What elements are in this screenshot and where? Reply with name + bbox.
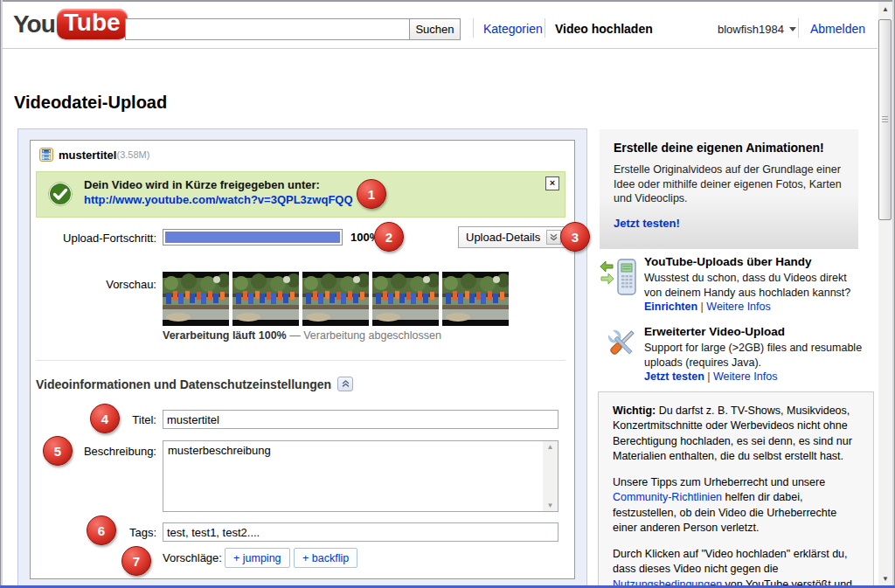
annotation-badge-1: 1 <box>357 179 386 209</box>
suggestion-tag-backflip-button[interactable]: + backflip <box>294 548 357 568</box>
advanced-upload-title: Erweiterter Video-Upload <box>644 325 864 338</box>
nav-video-hochladen: Video hochladen <box>555 22 653 36</box>
processing-status-text: Verarbeitung abgeschlossen <box>303 329 441 342</box>
scrollbar-down-icon[interactable]: ▼ <box>878 571 892 585</box>
video-thumbnail[interactable] <box>302 272 369 326</box>
wichtig-text-3a: Durch Klicken auf "Video hochladen" erkl… <box>613 548 848 575</box>
chevron-down-icon <box>789 27 796 31</box>
video-thumbnail[interactable] <box>372 272 439 326</box>
copyright-paragraph-2: Unsere Tipps zum Urheberrecht und unsere… <box>613 475 859 536</box>
wichtig-bold: Wichtig: <box>613 405 656 417</box>
search-input[interactable] <box>125 18 410 40</box>
preview-thumbnails <box>163 272 509 326</box>
annotation-badge-5: 5 <box>43 436 73 466</box>
mobile-phone-icon <box>600 257 640 299</box>
check-icon <box>48 182 73 206</box>
community-richtlinien-link[interactable]: Community-Richtlinien <box>613 491 722 503</box>
page-title: Videodatei-Upload <box>14 93 167 113</box>
uploaded-file-row: mustertitel (3.58M) <box>39 148 149 162</box>
browser-viewport: You Tube Suchen Kategorien Video hochlad… <box>0 0 895 588</box>
weitere-infos-advanced-link[interactable]: Weitere Infos <box>713 370 777 383</box>
jetzt-testen-advanced-link[interactable]: Jetzt testen <box>644 370 704 383</box>
video-thumbnail[interactable] <box>163 272 229 326</box>
processing-separator: — <box>287 329 303 342</box>
mobile-upload-title: YouTube-Uploads über Handy <box>644 255 864 268</box>
textarea-scrollbar[interactable]: ▲ ▼ <box>543 441 558 511</box>
annotation-badge-2: 2 <box>374 222 404 252</box>
logo-you-text: You <box>13 10 55 38</box>
progress-fill <box>165 232 340 243</box>
user-menu[interactable]: blowfish1984 <box>718 23 796 36</box>
wichtig-text-2a: Unsere Tipps zum Urheberrecht und unsere <box>613 476 825 488</box>
vorschlaege-label: Vorschläge: <box>163 551 222 564</box>
video-thumbnail[interactable] <box>442 272 509 326</box>
video-url-link[interactable]: http://www.youtube.com/watch?v=3QPL3zwqF… <box>84 193 353 206</box>
annotation-badge-6: 6 <box>87 515 116 545</box>
scroll-up-icon[interactable]: ▲ <box>547 443 554 451</box>
upload-details-button[interactable]: Upload-Details <box>458 226 569 248</box>
upload-details-label: Upload-Details <box>466 231 540 244</box>
jetzt-testen-link[interactable]: Jetzt testen! <box>614 217 680 230</box>
logo-tube-text: Tube <box>57 9 128 39</box>
window-border-top <box>0 0 895 2</box>
window-border-left <box>0 0 3 588</box>
scroll-down-icon[interactable]: ▼ <box>547 502 554 509</box>
annotation-badge-7: 7 <box>121 546 151 576</box>
section-heading-text: Videoinformationen und Datenschutzeinste… <box>36 377 331 391</box>
copyright-paragraph-3: Durch Klicken auf "Video hochladen" erkl… <box>613 547 859 588</box>
link-separator: | <box>697 301 706 313</box>
youtube-logo[interactable]: You Tube <box>13 9 128 39</box>
nav-kategorien-link[interactable]: Kategorien <box>483 22 543 36</box>
file-name: mustertitel <box>59 149 116 162</box>
mobile-upload-item: YouTube-Uploads über Handy Wusstest du s… <box>600 255 864 313</box>
promo-box: Erstelle deine eigenen Animationen! Erst… <box>600 129 858 249</box>
copyright-notice-box: Wichtig: Du darfst z. B. TV-Shows, Musik… <box>598 391 874 588</box>
beschreibung-textarea[interactable] <box>163 440 559 512</box>
header-divider <box>473 18 474 38</box>
username-text: blowfish1984 <box>718 23 784 36</box>
video-thumbnail[interactable] <box>232 272 299 326</box>
scrollbar-thumb[interactable] <box>878 19 892 220</box>
processing-status-bold: Verarbeitung läuft 100% <box>163 329 287 342</box>
close-icon[interactable]: × <box>545 176 559 190</box>
scrollbar-up-icon[interactable]: ▲ <box>878 2 892 16</box>
section-divider <box>36 360 565 361</box>
annotation-badge-4: 4 <box>90 404 120 433</box>
preview-label: Vorschau: <box>36 278 156 291</box>
header-divider <box>545 18 545 38</box>
tags-input[interactable] <box>163 522 559 542</box>
video-info-section-heading: Videoinformationen und Datenschutzeinste… <box>36 377 353 391</box>
promo-title: Erstelle deine eigenen Animationen! <box>614 141 844 155</box>
copyright-paragraph-1: Wichtig: Du darfst z. B. TV-Shows, Musik… <box>613 404 859 464</box>
progress-label: Upload-Fortschritt: <box>36 232 156 245</box>
upload-progress-bar <box>163 229 343 246</box>
success-message: Dein Video wird in Kürze freigegeben unt… <box>84 178 320 191</box>
titel-input[interactable] <box>163 410 559 429</box>
header-bar: You Tube Suchen Kategorien Video hochlad… <box>3 2 878 49</box>
einrichten-link[interactable]: Einrichten <box>644 301 697 313</box>
search-button[interactable]: Suchen <box>409 18 461 40</box>
suggestion-tag-jumping-button[interactable]: + jumping <box>225 548 290 568</box>
annotation-badge-3: 3 <box>560 222 590 252</box>
link-separator: | <box>704 370 713 383</box>
file-size: (3.58M) <box>116 149 149 160</box>
success-message-box: Dein Video wird in Kürze freigegeben unt… <box>36 171 565 218</box>
weitere-infos-link[interactable]: Weitere Infos <box>706 301 770 313</box>
header-divider <box>798 18 799 38</box>
mobile-upload-text: Wusstest du schon, dass du Videos direkt… <box>644 271 864 300</box>
abmelden-link[interactable]: Abmelden <box>810 22 865 36</box>
double-chevron-down-icon <box>546 230 561 245</box>
page-scrollbar[interactable]: ▲ ▼ <box>878 2 892 585</box>
upload-panel: mustertitel (3.58M) Dein Video wird in K… <box>30 140 575 579</box>
promo-text: Erstelle Originalvideos auf der Grundlag… <box>614 163 844 206</box>
processing-status: Verarbeitung läuft 100% — Verarbeitung a… <box>163 329 441 342</box>
collapse-section-icon[interactable] <box>337 377 353 391</box>
advanced-upload-item: Erweiterter Video-Upload Support for lar… <box>600 325 864 383</box>
advanced-upload-text: Support for large (>2GB) files and resum… <box>644 341 864 370</box>
film-icon <box>39 148 53 162</box>
tools-icon <box>605 327 638 360</box>
